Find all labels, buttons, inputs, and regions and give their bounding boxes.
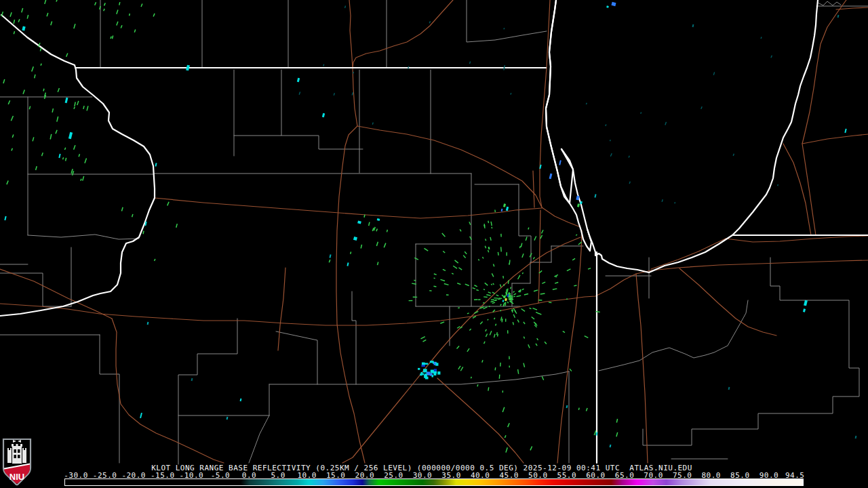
radar-echo xyxy=(409,300,413,302)
niu-logo: NIU xyxy=(2,438,32,487)
radar-echo xyxy=(505,319,506,321)
radar-echo xyxy=(502,390,503,392)
radar-echo xyxy=(538,300,542,301)
niu-logo-text: NIU xyxy=(9,472,24,482)
radar-echo xyxy=(433,373,436,375)
radar-echo xyxy=(506,252,507,256)
radar-echo xyxy=(430,361,434,363)
radar-echo xyxy=(446,294,449,296)
radar-echo xyxy=(420,373,422,375)
radar-echo xyxy=(431,370,434,373)
radar-echo xyxy=(434,362,436,365)
radar-echo xyxy=(422,373,424,375)
reflectivity-colorbar xyxy=(64,479,804,486)
radar-echo xyxy=(425,373,427,377)
radar-echo xyxy=(507,330,509,333)
radar-echo xyxy=(474,299,478,300)
radar-echo xyxy=(435,363,438,365)
radar-echo xyxy=(421,365,425,367)
radar-echo xyxy=(425,363,429,365)
radar-echo xyxy=(506,289,507,291)
radar-echo xyxy=(566,299,568,300)
radar-echo xyxy=(478,299,480,300)
radar-echo xyxy=(425,377,429,380)
radar-echo xyxy=(418,368,420,370)
radar-echo xyxy=(509,365,510,367)
radar-echo xyxy=(509,357,510,360)
radar-map xyxy=(0,0,868,488)
radar-viewer-screen: NIU KLOT LONG RANGE BASE REFLECTIVITY (0… xyxy=(0,0,868,488)
radar-echo xyxy=(423,369,427,372)
radar-echo xyxy=(431,375,433,377)
radar-echo xyxy=(413,297,418,298)
radar-echo xyxy=(437,371,440,375)
radar-echo xyxy=(434,369,437,371)
